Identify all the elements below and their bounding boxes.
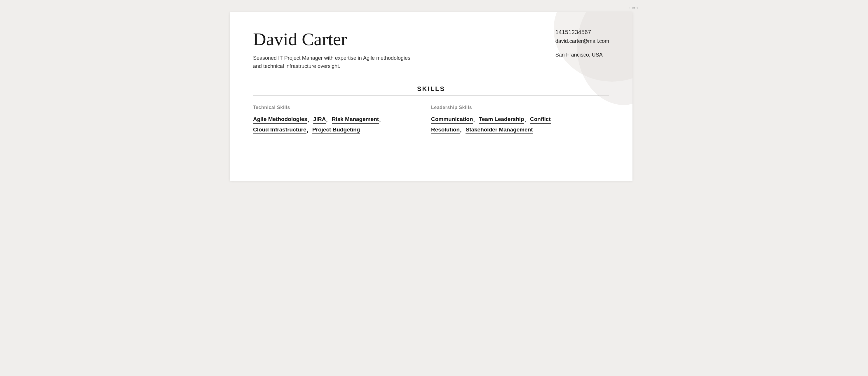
skill-stakeholder-text: Stakeholder Management (466, 127, 533, 134)
skill-jira: JIRA, (313, 116, 328, 124)
contact-phone: 14151234567 (555, 29, 609, 35)
header-right: 14151234567 david.carter@mail.com San Fr… (555, 29, 609, 58)
skill-budgeting-text: Project Budgeting (312, 127, 360, 134)
page-wrapper: 1 of 1 David Carter Seasoned IT Project … (230, 12, 638, 181)
skill-resolution: Resolution, (431, 127, 461, 134)
skill-conflict-text: Conflict (530, 116, 551, 124)
skills-section: SKILLS Technical Skills Agile Methodolog… (253, 85, 609, 137)
header-section: David Carter Seasoned IT Project Manager… (253, 29, 609, 71)
skill-risk: Risk Management, (332, 116, 381, 124)
leadership-skill-row-2: Resolution, Stakeholder Management (431, 127, 597, 134)
contact-email: david.carter@mail.com (555, 38, 609, 47)
technical-skills-label: Technical Skills (253, 105, 420, 110)
skill-agile-text: Agile Methodologies (253, 116, 307, 124)
contact-location: San Francisco, USA (555, 50, 609, 58)
section-divider (253, 96, 609, 96)
skill-communication: Communication, (431, 116, 475, 124)
resume-page: David Carter Seasoned IT Project Manager… (230, 12, 632, 181)
skills-columns: Technical Skills Agile Methodologies, JI… (253, 105, 609, 137)
technical-skill-row-2: Cloud Infrastructure, Project Budgeting (253, 127, 420, 134)
leadership-skill-row-1: Communication, Team Leadership, Conflict (431, 116, 597, 124)
technical-skill-row-1: Agile Methodologies, JIRA, Risk Manageme… (253, 116, 420, 124)
leadership-skills-col: Leadership Skills Communication, Team Le… (431, 105, 609, 137)
skill-resolution-text: Resolution (431, 127, 460, 134)
skill-stakeholder: Stakeholder Management (466, 127, 533, 134)
candidate-summary: Seasoned IT Project Manager with experti… (253, 54, 416, 71)
skill-cloud-text: Cloud Infrastructure (253, 127, 306, 134)
candidate-name: David Carter (253, 29, 416, 49)
technical-skills-col: Technical Skills Agile Methodologies, JI… (253, 105, 431, 137)
skill-agile: Agile Methodologies, (253, 116, 309, 124)
section-title: SKILLS (253, 85, 609, 93)
page-counter: 1 of 1 (629, 6, 638, 10)
skill-team-leadership: Team Leadership, (479, 116, 526, 124)
skill-budgeting: Project Budgeting (312, 127, 360, 134)
skill-risk-text: Risk Management (332, 116, 379, 124)
header-left: David Carter Seasoned IT Project Manager… (253, 29, 416, 71)
skill-cloud: Cloud Infrastructure, (253, 127, 308, 134)
skill-communication-text: Communication (431, 116, 473, 124)
skill-conflict: Conflict (530, 116, 551, 124)
leadership-skills-label: Leadership Skills (431, 105, 597, 110)
skill-team-leadership-text: Team Leadership (479, 116, 524, 124)
skill-jira-text: JIRA (313, 116, 326, 124)
